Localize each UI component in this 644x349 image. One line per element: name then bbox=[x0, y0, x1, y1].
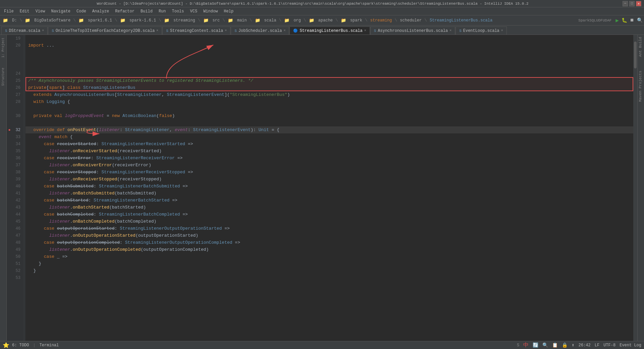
status-line-ending[interactable]: LF bbox=[595, 343, 599, 348]
code-editor[interactable]: import ... /** Asynchronously passes Str… bbox=[25, 35, 633, 341]
toolbar-scala[interactable]: scala bbox=[263, 17, 278, 23]
code-line-45: listener.onBatchCompleted(batchCompleted… bbox=[25, 218, 633, 225]
tabs-bar: S DStream.scala × S OnlineTheTop3ItemFor… bbox=[0, 25, 644, 35]
tab-el-icon: S bbox=[459, 29, 462, 33]
menu-view[interactable]: View bbox=[33, 8, 48, 14]
tab-online-close[interactable]: × bbox=[156, 29, 158, 33]
toolbar-main-icon: 📁 bbox=[226, 17, 234, 24]
toolbar-src-icon: 📁 bbox=[202, 17, 210, 24]
menu-window[interactable]: Window bbox=[201, 8, 220, 14]
code-line-32: override def onPostEvent(listener: Strea… bbox=[25, 126, 633, 133]
run-button[interactable]: ▶ bbox=[615, 17, 619, 24]
toolbar-org-icon: 📁 bbox=[283, 17, 291, 24]
stop-button[interactable]: ⏹ bbox=[630, 18, 634, 23]
tab-streaming-listener-bus[interactable]: 🔵 StreamingListenerBus.scala × bbox=[289, 26, 370, 35]
panel-maven[interactable]: Maven Projects bbox=[638, 69, 644, 104]
status-encoding[interactable]: UTF-8 bbox=[603, 343, 615, 348]
code-line-43: listener.onBatchStarted(batchStarted) bbox=[25, 204, 633, 211]
code-line-40: case batchSubmitted: StreamingListenerBa… bbox=[25, 183, 633, 190]
search-everywhere-button[interactable]: 🔍 bbox=[637, 17, 643, 23]
tab-job-scheduler[interactable]: S JobScheduler.scala × bbox=[231, 26, 289, 35]
menu-vcs[interactable]: VCS bbox=[187, 8, 200, 14]
tab-async-listener[interactable]: S AsynchronousListenerBus.scala × bbox=[370, 26, 455, 35]
toolbar-streaming[interactable]: streaming bbox=[172, 17, 197, 23]
toolbar-drive[interactable]: D: bbox=[11, 17, 18, 23]
menu-analyze[interactable]: Analyze bbox=[90, 8, 112, 14]
status-ime-icon[interactable]: 中 bbox=[523, 342, 529, 349]
status-scala-icon: S bbox=[517, 343, 519, 348]
scrollbar[interactable] bbox=[633, 35, 637, 341]
maximize-button[interactable]: □ bbox=[629, 1, 635, 6]
menu-tools[interactable]: Tools bbox=[169, 8, 187, 14]
code-line-49: listener.onOutputOperationCompleted(outp… bbox=[25, 246, 633, 253]
tab-streaming-context[interactable]: S StreamingContext.scala × bbox=[162, 26, 230, 35]
menu-build[interactable]: Build bbox=[138, 8, 155, 14]
todo-item[interactable]: 6: TODO bbox=[12, 343, 29, 348]
toolbar-spark-icon: 📁 bbox=[77, 17, 85, 24]
code-line-35: listener.onReceiverStarted(receiverStart… bbox=[25, 148, 633, 155]
code-line-25: /** Asynchronously passes StreamingListe… bbox=[25, 77, 633, 84]
toolbar-apache-icon: 📁 bbox=[308, 17, 316, 24]
debug-button[interactable]: 🐛 bbox=[622, 17, 627, 23]
tab-online[interactable]: S OnlineTheTop3ItemForEachCategory2DB.sc… bbox=[48, 26, 162, 35]
toolbar-src[interactable]: src bbox=[211, 17, 221, 23]
code-line-47: listener.onOutputOperationStarted(output… bbox=[25, 232, 633, 239]
menu-help[interactable]: Help bbox=[221, 8, 236, 14]
menu-refactor[interactable]: Refactor bbox=[112, 8, 137, 14]
code-line-50: case _ => bbox=[25, 253, 633, 260]
status-time: 26:42 bbox=[579, 343, 591, 348]
tab-al-close[interactable]: × bbox=[449, 29, 451, 33]
tab-dstream[interactable]: S DStream.scala × bbox=[1, 26, 48, 35]
status-warning-icon: ⭐ bbox=[3, 342, 9, 349]
toolbar-run-config[interactable]: SparkSQLUDFUDAF bbox=[578, 18, 611, 22]
tab-sc-close[interactable]: × bbox=[225, 29, 227, 33]
tab-js-close[interactable]: × bbox=[283, 29, 285, 33]
event-log[interactable]: Event Log bbox=[620, 343, 641, 348]
tab-slb-icon: 🔵 bbox=[293, 28, 298, 33]
code-line-53 bbox=[25, 274, 633, 281]
menu-navigate[interactable]: Navigate bbox=[48, 8, 73, 14]
menu-edit[interactable]: Edit bbox=[17, 8, 32, 14]
tab-dstream-close[interactable]: × bbox=[42, 29, 44, 33]
toolbar-scheduler[interactable]: scheduler bbox=[398, 17, 423, 23]
menu-file[interactable]: File bbox=[1, 8, 16, 14]
terminal-item[interactable]: Terminal bbox=[40, 343, 59, 348]
toolbar-spark161[interactable]: spark1.6.1 bbox=[87, 17, 113, 23]
left-panel: 1: Project Structure bbox=[0, 35, 7, 341]
toolbar-bigdata[interactable]: BigDataSoftware bbox=[33, 17, 72, 23]
breakpoint-32[interactable]: ● bbox=[7, 126, 12, 133]
code-line-21 bbox=[25, 49, 633, 56]
toolbar-root-icon: 📁 bbox=[1, 17, 9, 24]
panel-structure[interactable]: Structure bbox=[1, 66, 6, 87]
code-line-29 bbox=[25, 105, 633, 112]
code-line-48: case outputOperationCompleted: Streaming… bbox=[25, 239, 633, 246]
toolbar-file[interactable]: StreamingListenerBus.scala bbox=[428, 17, 494, 23]
tab-event-loop[interactable]: S EventLoop.scala × bbox=[455, 26, 507, 35]
menu-code[interactable]: Code bbox=[74, 8, 89, 14]
code-line-52: } bbox=[25, 267, 633, 274]
code-line-39: listener.onReceiverStopped(receiverStopp… bbox=[25, 176, 633, 183]
scroll-thumb[interactable] bbox=[634, 42, 637, 68]
code-line-41: listener.onBatchSubmitted(batchSubmitted… bbox=[25, 190, 633, 197]
toolbar-spark2-icon: 📁 bbox=[339, 17, 347, 24]
toolbar-org[interactable]: org bbox=[292, 17, 302, 23]
tab-el-close[interactable]: × bbox=[501, 29, 503, 33]
toolbar-spark2[interactable]: spark bbox=[349, 17, 364, 23]
panel-project[interactable]: 1: Project bbox=[1, 36, 6, 59]
toolbar-apache[interactable]: apache bbox=[317, 17, 334, 23]
toolbar-spark161b[interactable]: spark-1.6.1 bbox=[128, 17, 157, 23]
tab-slb-close[interactable]: × bbox=[364, 29, 366, 33]
panel-ant-build[interactable]: Ant Build bbox=[638, 35, 644, 59]
code-line-30: private val logDroppedEvent = new Atomic… bbox=[25, 112, 633, 119]
code-line-22 bbox=[25, 56, 633, 63]
close-button[interactable]: ✕ bbox=[636, 1, 641, 6]
status-sync-icon: 🔄 bbox=[533, 342, 538, 348]
toolbar-streaming2[interactable]: streaming bbox=[369, 17, 393, 23]
main-content: 1: Project Structure ● bbox=[0, 35, 644, 341]
code-line-36: case receiverError: StreamingListenerRec… bbox=[25, 155, 633, 162]
menu-run[interactable]: Run bbox=[156, 8, 169, 14]
toolbar-main[interactable]: main bbox=[236, 17, 248, 23]
code-line-19 bbox=[25, 35, 633, 42]
minimize-button[interactable]: ─ bbox=[623, 1, 628, 6]
toolbar: 📁 D: \ 📁 BigDataSoftware \ 📁 spark1.6.1 … bbox=[0, 15, 644, 25]
